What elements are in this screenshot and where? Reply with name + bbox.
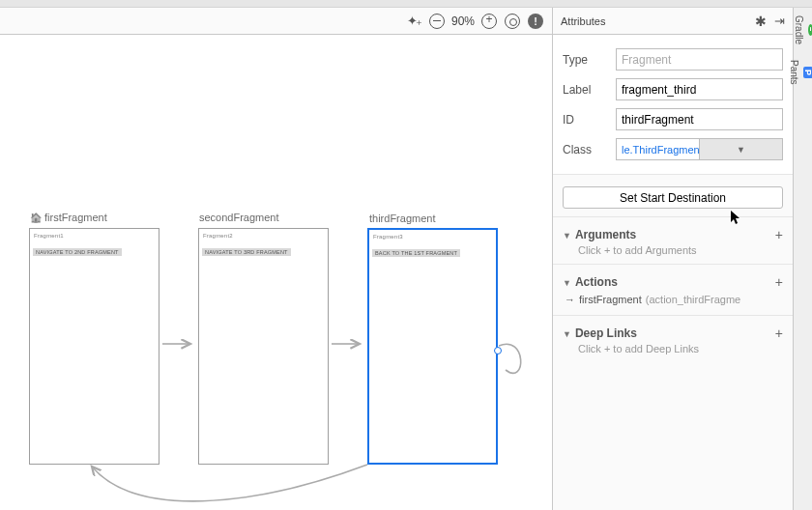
pants-icon: P	[803, 67, 812, 78]
attr-row-id: ID	[563, 104, 783, 134]
chevron-down-icon[interactable]: ▼	[699, 139, 782, 159]
add-deeplink-button[interactable]: +	[775, 326, 783, 341]
action-destination: firstFragment	[579, 294, 642, 305]
minus-circle-icon	[429, 14, 445, 29]
fragment-label: firstFragment	[30, 212, 107, 223]
actions-section: ▼Actions + firstFragment (action_thirdFr…	[553, 264, 793, 315]
fragment-preview-title: Fragment2	[199, 229, 328, 241]
top-strip	[0, 0, 812, 8]
zoom-reset-button[interactable]	[504, 13, 521, 30]
attributes-panel: Attributes Type Label ID Class le.ThirdF…	[552, 8, 793, 510]
warnings-button[interactable]: !	[527, 13, 544, 30]
action-item[interactable]: firstFragment (action_thirdFragme	[563, 292, 783, 307]
class-value: le.ThirdFragment	[617, 144, 699, 156]
home-icon	[30, 212, 42, 223]
arguments-hint: Click + to add Arguments	[563, 244, 783, 256]
pants-tool-button[interactable]: P Pants	[794, 52, 812, 93]
disclosure-triangle-icon[interactable]: ▼	[563, 278, 571, 288]
fragment-node-first[interactable]: firstFragment Fragment1 NAVIGATE TO 2ND …	[29, 228, 160, 465]
add-action-button[interactable]: +	[775, 274, 783, 290]
plus-circle-icon	[481, 14, 497, 29]
zoom-in-button[interactable]	[480, 13, 498, 30]
set-start-row: Set Start Destination	[563, 186, 783, 209]
magic-wand-button[interactable]	[405, 13, 422, 30]
nav-graph-canvas[interactable]: firstFragment Fragment1 NAVIGATE TO 2ND …	[0, 35, 552, 510]
deeplinks-hint: Click + to add Deep Links	[563, 343, 783, 354]
fragment-preview-button: NAVIGATE TO 3RD FRAGMENT	[202, 248, 291, 256]
id-input[interactable]	[616, 108, 783, 130]
deeplinks-section: ▼Deep Links + Click + to add Deep Links	[553, 315, 793, 362]
fragment-label: secondFragment	[199, 212, 279, 223]
arguments-title: Arguments	[575, 228, 636, 241]
attributes-title: Attributes	[561, 15, 605, 27]
class-label: Class	[563, 143, 616, 156]
disclosure-triangle-icon[interactable]: ▼	[563, 329, 571, 339]
action-handle[interactable]	[494, 347, 502, 354]
attr-row-class: Class le.ThirdFragment ▼	[563, 134, 783, 164]
set-start-destination-button[interactable]: Set Start Destination	[563, 186, 783, 209]
attributes-body: Type Label ID Class le.ThirdFragment ▼	[553, 35, 793, 175]
gear-icon[interactable]	[755, 14, 767, 29]
fragment-preview-title: Fragment3	[369, 230, 496, 241]
pants-label: Pants	[789, 60, 799, 85]
fragment-label: thirdFragment	[369, 212, 435, 224]
actions-title: Actions	[575, 275, 618, 289]
arrow-right-icon	[565, 294, 575, 305]
class-select[interactable]: le.ThirdFragment ▼	[616, 138, 783, 160]
label-label: Label	[563, 83, 616, 97]
zoom-level: 90%	[451, 14, 475, 28]
reset-circle-icon	[505, 14, 520, 29]
action-id: (action_thirdFragme	[646, 294, 740, 305]
type-label: Type	[563, 53, 616, 67]
canvas-toolbar: 90% !	[0, 8, 552, 35]
warning-icon: !	[528, 14, 543, 29]
label-input[interactable]	[616, 78, 783, 100]
disclosure-triangle-icon[interactable]: ▼	[563, 231, 571, 241]
fragment-preview-button: BACK TO THE 1ST FRAGMENT	[372, 249, 460, 257]
fragment-preview-button: NAVIGATE TO 2ND FRAGMENT	[33, 248, 122, 256]
gradle-label: Gradle	[794, 15, 804, 44]
zoom-out-button[interactable]	[428, 13, 446, 30]
minimize-icon[interactable]	[774, 14, 785, 28]
id-label: ID	[563, 113, 616, 127]
fragment-node-second[interactable]: secondFragment Fragment2 NAVIGATE TO 3RD…	[198, 228, 329, 465]
attributes-header: Attributes	[553, 8, 793, 35]
attr-row-type: Type	[563, 44, 783, 74]
gradle-tool-button[interactable]: Gradle	[794, 8, 812, 52]
gradle-icon	[808, 24, 812, 36]
fragment-node-third[interactable]: thirdFragment Fragment3 BACK TO THE 1ST …	[367, 228, 498, 465]
fragment-preview-title: Fragment1	[30, 229, 159, 241]
tool-window-rail: Gradle P Pants	[793, 8, 812, 510]
arguments-section: ▼Arguments + Click + to add Arguments	[553, 216, 793, 264]
type-input[interactable]	[616, 48, 783, 71]
add-argument-button[interactable]: +	[775, 227, 783, 242]
deeplinks-title: Deep Links	[575, 326, 637, 340]
sparkle-icon	[407, 14, 420, 28]
attr-row-label: Label	[563, 74, 783, 104]
